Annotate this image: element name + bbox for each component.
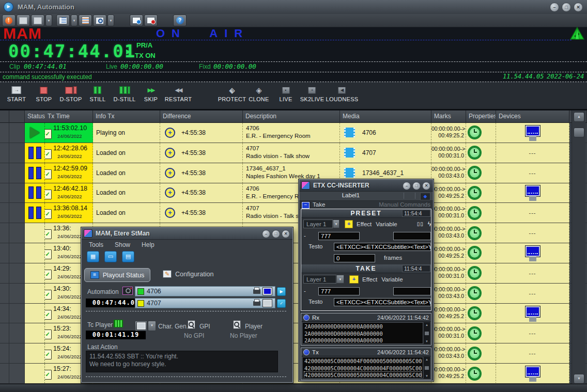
io-scroll-up[interactable] <box>425 323 428 326</box>
char-gen-dropdown[interactable] <box>148 321 156 331</box>
scroll-down-button[interactable] <box>574 374 584 384</box>
channel-row[interactable]: 4706 <box>135 286 275 296</box>
help-button[interactable] <box>173 14 187 26</box>
row-handle[interactable] <box>9 284 25 304</box>
close-button[interactable] <box>574 3 583 12</box>
column-header[interactable]: Marks <box>431 111 466 123</box>
gpi-search-icon[interactable] <box>188 320 195 329</box>
panel-button-2-dropdown[interactable] <box>45 14 52 26</box>
hold-icon[interactable] <box>417 221 424 227</box>
io-scroll-up[interactable] <box>425 358 428 361</box>
column-header[interactable]: Description <box>243 111 340 123</box>
menu-show[interactable]: Show <box>115 241 130 248</box>
row-handle[interactable] <box>9 143 25 163</box>
maximize-button[interactable] <box>562 3 571 12</box>
tab-configuration[interactable]: Configuration <box>163 270 213 278</box>
column-header[interactable]: Media <box>340 111 431 123</box>
frames-input[interactable]: 0 <box>334 254 375 262</box>
column-header[interactable]: Properties <box>466 111 496 123</box>
scroll-up-button[interactable] <box>574 112 584 122</box>
etx-titlebar[interactable]: ETX CC-INSERTER <box>299 180 433 192</box>
stman-maximize-button[interactable] <box>272 230 280 238</box>
testo-input[interactable]: <ETXCC><ETXCCSubtitle><Text>You <box>334 243 431 251</box>
open-folder-button[interactable] <box>104 251 117 262</box>
scrollbar-track[interactable] <box>571 111 585 384</box>
row-handle[interactable] <box>9 263 25 284</box>
transport-stop-button[interactable]: STOP <box>36 86 52 102</box>
stman-close-button[interactable] <box>282 230 290 238</box>
column-header[interactable]: Devices <box>496 111 569 123</box>
search-window-button-dropdown[interactable] <box>107 14 114 26</box>
table-row[interactable]: 12:46:42.1824/06/2022Loaded on+4:55:3847… <box>0 183 587 203</box>
secondary-input[interactable] <box>393 287 431 295</box>
checklist-button[interactable] <box>79 14 92 26</box>
row-handle[interactable] <box>9 323 25 343</box>
layer-select[interactable]: Layer 1 <box>303 275 336 284</box>
row-handle[interactable] <box>9 183 25 203</box>
row-handle[interactable] <box>9 203 25 223</box>
collapse-icon[interactable] <box>302 202 310 209</box>
transport-live-button[interactable]: ▪LIVE <box>279 86 292 102</box>
tab-label1[interactable]: Label1 <box>299 192 403 198</box>
transport-restart-button[interactable]: RESTART <box>165 86 192 102</box>
automation-camera-icon[interactable] <box>122 287 133 295</box>
player-search-icon[interactable] <box>233 320 241 329</box>
secondary-input[interactable] <box>393 232 431 240</box>
value-input[interactable]: 777 <box>318 287 360 295</box>
io-scroll-thumb[interactable] <box>425 366 429 370</box>
row-handle[interactable] <box>9 223 25 243</box>
testo-input[interactable]: <ETXCC><ETXCCSubtitle><Text>You <box>334 298 431 306</box>
transport-loudness-button[interactable]: ◀LOUDNESS <box>326 86 359 102</box>
record-red-button[interactable] <box>144 14 158 26</box>
transport-skip-button[interactable]: SKIP <box>144 86 158 102</box>
row-handle[interactable] <box>9 364 25 384</box>
column-header[interactable]: Difference <box>160 111 243 123</box>
table-row[interactable]: 13:36:08.1424/06/2022Loaded on+4:55:3847… <box>0 203 587 223</box>
transport-d-stop-button[interactable]: D-STOP <box>59 86 82 102</box>
io-log[interactable]: 2A0000000D0000000A0000002A0000000D000000… <box>302 322 423 344</box>
etx-close-button[interactable] <box>422 182 430 190</box>
layer-select-arrow[interactable] <box>336 275 344 284</box>
layer-select[interactable]: Layer 1 <box>303 219 333 228</box>
io-scroll-down[interactable] <box>425 340 428 343</box>
tab-playout-status[interactable]: Playout Status <box>84 268 150 282</box>
menu-tools[interactable]: Tools <box>89 241 103 248</box>
table-row[interactable]: 12:42:59.0924/06/2022Loaded on+4:55:3817… <box>0 163 587 183</box>
channel-play-button[interactable] <box>277 287 286 296</box>
diamond-nav-button[interactable] <box>420 193 430 200</box>
table-row[interactable]: 11:53:02.1024/06/2022Playing on+4:55:384… <box>0 123 587 143</box>
transport-clone-button[interactable]: CLONE <box>249 86 269 102</box>
column-header[interactable]: Info Tx <box>93 111 160 123</box>
minimize-button[interactable] <box>550 3 559 12</box>
io-scroll-down[interactable] <box>425 374 428 378</box>
row-handle[interactable] <box>9 163 25 183</box>
scrollbar-thumb[interactable] <box>574 128 584 137</box>
table-row[interactable]: 12:42:28.0624/06/2022Loaded on+4:55:3847… <box>0 143 587 163</box>
value-input[interactable]: 777 <box>318 232 360 240</box>
search-window-button[interactable] <box>93 14 106 26</box>
transport-sk2live-button[interactable]: +SK2LIVE <box>300 86 325 102</box>
row-handle[interactable] <box>9 243 25 263</box>
manual-commands-label[interactable]: Manual Commands <box>379 201 430 208</box>
etx-maximize-button[interactable] <box>412 182 421 190</box>
transport-protect-button[interactable]: ϟPROTECT <box>218 86 246 102</box>
io-log[interactable]: 420000005C0000004F000000500000005C004200… <box>302 357 423 379</box>
form-button[interactable] <box>56 14 70 26</box>
transport-d-still-button[interactable]: D-STILL <box>113 86 135 102</box>
window-titlebar[interactable]: MAM, Automation <box>0 0 587 14</box>
io-scroll-thumb[interactable] <box>425 332 429 335</box>
save-report-button[interactable] <box>122 251 134 262</box>
menu-help[interactable]: Help <box>142 241 155 248</box>
column-header[interactable]: Status <box>25 111 45 123</box>
stman-app-icon-button[interactable] <box>87 251 99 262</box>
channel-row[interactable]: 4707 <box>135 298 275 308</box>
channel-check-button[interactable] <box>277 299 286 308</box>
stman-minimize-button[interactable] <box>262 230 270 238</box>
transport-still-button[interactable]: STILL <box>90 86 106 102</box>
form-button-dropdown[interactable] <box>71 14 78 26</box>
record-blue-button[interactable] <box>130 14 143 26</box>
etx-minimize-button[interactable] <box>403 182 411 190</box>
lightning-icon[interactable] <box>428 221 431 228</box>
row-handle[interactable] <box>9 123 25 143</box>
layer-select-arrow[interactable] <box>333 219 339 228</box>
